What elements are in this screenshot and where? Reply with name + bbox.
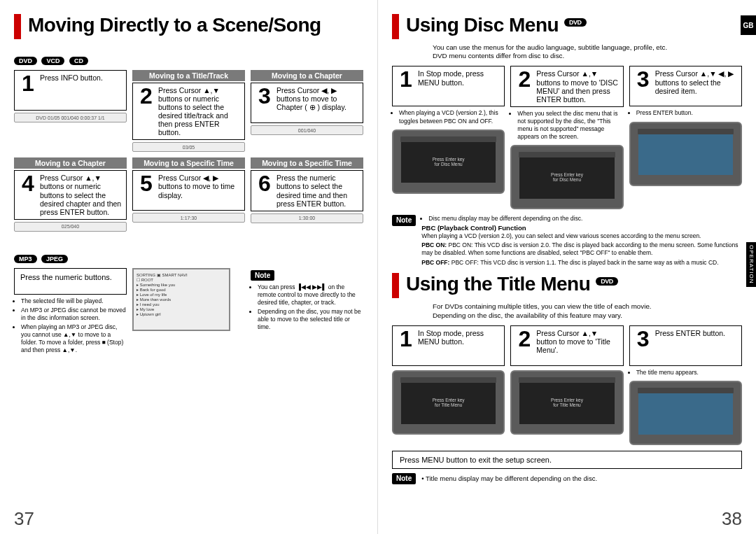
pbc-note-block: Note Disc menu display may be different … — [392, 215, 742, 266]
tv-screenshot — [629, 381, 742, 445]
remote-notes-list: You can press ▐◀◀ ▶▶▌ on the remote cont… — [251, 283, 363, 331]
page-title-title-menu: Using the Title Menu — [406, 273, 590, 295]
tv-screenshot: Press Enter keyfor Disc Menu — [392, 129, 505, 194]
step-text-5: Press Cursor ◀, ▶ buttons to move to tim… — [158, 174, 240, 199]
title-step-text-3: Press ENTER button. — [655, 329, 737, 337]
step-text-3: Press Cursor ◀, ▶ buttons to move to Cha… — [276, 86, 358, 111]
disc-step-1: 1 In Stop mode, press MENU button. — [392, 66, 505, 106]
page-38: GB Using Disc Menu DVD You can use the m… — [378, 0, 756, 534]
format-badge-jpeg: JPEG — [41, 255, 68, 263]
disc-step-text-1: In Stop mode, press MENU button. — [418, 69, 500, 86]
mp3-file-list-screenshot: SORTING ▣ SMART NAVI☐ ROOT▸ Something li… — [132, 268, 230, 331]
info-bar-2: 03/05 — [132, 142, 245, 152]
step-number: 4 — [19, 174, 37, 194]
mp3-note: The selected file will be played. — [21, 297, 127, 305]
step-number: 1 — [397, 329, 415, 349]
step-box-6: 6 Press the numeric buttons to select th… — [251, 170, 363, 211]
mp3-notes-list: The selected file will be played. An MP3… — [14, 297, 127, 354]
exit-instruction: Press MENU button to exit the setup scre… — [392, 451, 742, 469]
section-header-chapter-top: Moving to a Chapter — [251, 70, 363, 81]
mp3-note: When playing an MP3 or JPEG disc, you ca… — [21, 323, 127, 354]
step-text-6: Press the numeric buttons to select the … — [276, 174, 358, 207]
step-box-1: 1 Press INFO button. — [14, 70, 127, 111]
step-box-3: 3 Press Cursor ◀, ▶ buttons to move to C… — [251, 83, 363, 123]
bottom-note-row: Note • Title menu display may be differe… — [392, 473, 742, 485]
step-number: 2 — [137, 86, 155, 106]
heading-accent — [14, 14, 21, 39]
step-number: 1 — [397, 69, 415, 90]
tv-screenshot: Press Enter keyfor Title Menu — [510, 370, 623, 435]
step-box-4: 4 Press Cursor ▲,▼ buttons or numeric bu… — [14, 170, 127, 219]
remote-note: You can press ▐◀◀ ▶▶▌ on the remote cont… — [258, 283, 363, 307]
format-badge-vcd: VCD — [41, 57, 64, 65]
format-badge-mp3: MP3 — [14, 255, 37, 263]
intro-disc-menu: You can use the menus for the audio lang… — [433, 43, 742, 60]
step-number: 5 — [137, 174, 155, 194]
title-step-text-2: Press Cursor ▲,▼ button to move to 'Titl… — [536, 329, 618, 354]
pbc-body: When playing a VCD (version 2.0), you ca… — [421, 232, 742, 240]
heading-row-disc-menu: Using Disc Menu DVD — [392, 14, 742, 43]
disc-step-note-3: Press ENTER button. — [636, 109, 742, 117]
disc-step-2: 2 Press Cursor ▲,▼ buttons to move to 'D… — [510, 66, 623, 106]
page-title: Moving Directly to a Scene/Song — [28, 14, 321, 36]
format-badge-dvd: DVD — [564, 18, 587, 27]
note-badge: Note — [251, 270, 274, 281]
intro-line: For DVDs containing multiple titles, you… — [433, 302, 652, 310]
title-step-3: 3 Press ENTER button. — [629, 325, 742, 366]
intro-line: You can use the menus for the audio lang… — [433, 43, 667, 51]
section-tab-operation: OPERATION — [746, 242, 756, 287]
info-bar-4: 025/040 — [14, 222, 127, 232]
pbc-off-text: PBC OFF: This VCD disc is version 1.1. T… — [451, 259, 719, 266]
step-number: 2 — [515, 69, 533, 90]
title-step-1: 1 In Stop mode, press MENU button. — [392, 325, 505, 366]
info-bar-5: 1:17:30 — [132, 213, 245, 223]
disc-step-text-2: Press Cursor ▲,▼ buttons to move to 'DIS… — [536, 69, 618, 103]
pbc-on-text: PBC ON: This VCD disc is version 2.0. Th… — [421, 241, 738, 256]
step-number: 2 — [515, 329, 533, 349]
page-number-right: 38 — [722, 508, 742, 530]
remote-note: Depending on the disc, you may not be ab… — [258, 308, 363, 331]
step-number: 1 — [19, 73, 37, 94]
bottom-note-text: Title menu display may be different depe… — [426, 475, 597, 482]
mp3-note: An MP3 or JPEG disc cannot be moved in t… — [21, 307, 127, 322]
disc-step-text-3: Press Cursor ▲,▼ ◀, ▶ buttons to select … — [655, 69, 737, 94]
tv-screenshot: Press Enter keyfor Disc Menu — [510, 145, 623, 209]
step-text-2: Press Cursor ▲,▼ buttons or numeric butt… — [158, 86, 240, 136]
tv-screenshot: Press Enter keyfor Title Menu — [392, 370, 505, 435]
title-step-text-1: In Stop mode, press MENU button. — [418, 329, 500, 346]
tv-screenshot — [629, 122, 742, 186]
disc-step-note-2: When you select the disc menu that is no… — [517, 110, 623, 141]
title-step-2: 2 Press Cursor ▲,▼ button to move to 'Ti… — [510, 325, 623, 366]
step-box-7: Press the numeric buttons. — [14, 268, 127, 295]
step-number: 6 — [255, 174, 274, 194]
info-bar-3: 001/040 — [251, 125, 363, 135]
step-text-7: Press the numeric buttons. — [19, 272, 122, 283]
heading-row-title-menu: Using the Title Menu DVD — [392, 273, 742, 302]
disc-step-3: 3 Press Cursor ▲,▼ ◀, ▶ buttons to selec… — [629, 66, 742, 106]
title-step-note-3: The title menu appears. — [636, 369, 742, 377]
step-box-2: 2 Press Cursor ▲,▼ buttons or numeric bu… — [132, 83, 245, 140]
section-header-chapter-left: Moving to a Chapter — [14, 157, 127, 169]
heading-row: Moving Directly to a Scene/Song — [14, 14, 363, 43]
language-tab: GB — [741, 15, 756, 35]
heading-accent — [392, 273, 399, 298]
step-number: 3 — [634, 69, 652, 90]
page-title-disc-menu: Using Disc Menu — [406, 14, 559, 36]
intro-title-menu: For DVDs containing multiple titles, you… — [433, 302, 742, 319]
step-box-5: 5 Press Cursor ◀, ▶ buttons to move to t… — [132, 170, 245, 211]
step-number: 3 — [255, 86, 274, 106]
disc-step-note-1: When playing a VCD (version 2.), this to… — [399, 109, 505, 125]
format-badge-cd: CD — [69, 57, 88, 65]
step-text-1: Press INFO button. — [40, 73, 122, 82]
section-header-title-track: Moving to a Title/Track — [132, 70, 245, 81]
section-header-time-2: Moving to a Specific Time — [251, 157, 363, 169]
format-badge-dvd: DVD — [14, 57, 37, 65]
note-badge: Note — [392, 473, 416, 485]
pbc-disc-note: Disc menu display may be different depen… — [428, 215, 742, 223]
info-bar-6: 1:30:00 — [251, 213, 363, 223]
pbc-heading: PBC (Playback Control) Function — [421, 224, 742, 232]
step-number: 3 — [634, 329, 652, 349]
page-37: Moving Directly to a Scene/Song DVD VCD … — [0, 0, 378, 534]
heading-accent — [392, 14, 399, 39]
intro-line: Depending on the disc, the availability … — [433, 311, 622, 319]
